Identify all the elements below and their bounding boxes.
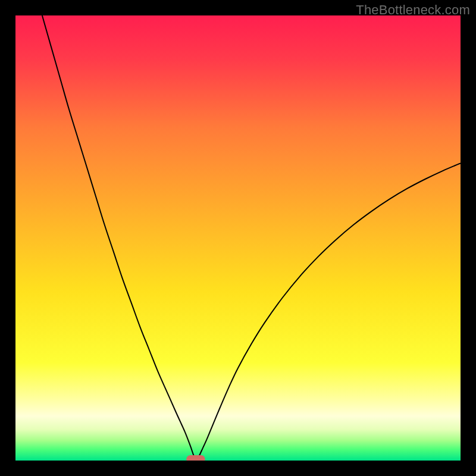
watermark-text: TheBottleneck.com	[356, 2, 470, 18]
chart-svg	[15, 15, 461, 461]
outer-frame: TheBottleneck.com	[0, 0, 476, 476]
vertex-marker	[186, 455, 205, 461]
plot-area	[15, 15, 461, 461]
gradient-backdrop	[15, 15, 461, 461]
